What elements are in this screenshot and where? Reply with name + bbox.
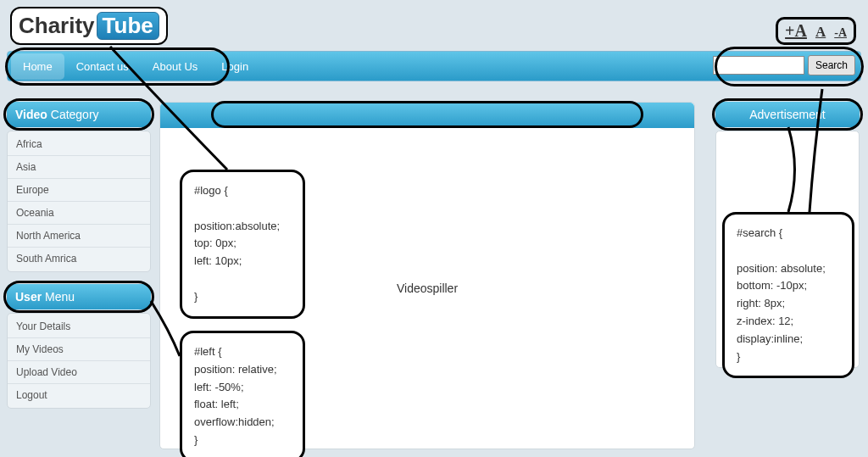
category-item[interactable]: Oceania	[8, 202, 150, 225]
nav-contact[interactable]: Contact us	[64, 53, 141, 80]
main-panel-header	[160, 103, 694, 128]
top-nav-bar: Home Contact us About Us Login Search	[7, 51, 861, 81]
logo-text-tube: Tube	[97, 12, 159, 40]
video-category-list: Africa Asia Europe Oceania North America…	[7, 131, 151, 272]
advertisement-title: Advertisement	[749, 108, 825, 121]
category-item[interactable]: South Amrica	[8, 248, 150, 270]
user-menu-item[interactable]: Upload Video	[8, 361, 150, 384]
sidebar-left: Video Category Africa Asia Europe Oceani…	[7, 102, 151, 421]
callout-search-css: #search { position: absolute; bottom: -1…	[722, 212, 854, 378]
category-item[interactable]: North America	[8, 225, 150, 248]
category-item[interactable]: Europe	[8, 179, 150, 202]
video-player-label: Videospiller	[397, 281, 458, 295]
user-menu-list: Your Details My Videos Upload Video Logo…	[7, 313, 151, 409]
user-menu-header: User Menu	[7, 284, 151, 309]
font-increase-icon[interactable]: +A	[785, 21, 807, 41]
user-menu-title-bold: User	[15, 290, 42, 304]
search-box: Search	[713, 55, 855, 75]
font-reset-icon[interactable]: A	[815, 24, 826, 41]
search-input[interactable]	[713, 56, 804, 75]
nav-login[interactable]: Login	[209, 53, 260, 80]
category-item[interactable]: Africa	[8, 133, 150, 156]
annotation-main-header-outline	[211, 101, 643, 128]
video-category-title-bold: Video	[15, 108, 47, 121]
user-menu-item[interactable]: Your Details	[8, 315, 150, 338]
logo[interactable]: Charity Tube	[10, 7, 168, 45]
callout-logo-css: #logo { position:absolute; top: 0px; lef…	[180, 170, 305, 319]
logo-text-charity: Charity	[19, 13, 95, 39]
user-menu-item[interactable]: My Videos	[8, 338, 150, 361]
nav-about[interactable]: About Us	[141, 53, 209, 80]
category-item[interactable]: Asia	[8, 156, 150, 179]
callout-left-css: #left { position: relative; left: -50%; …	[180, 331, 305, 457]
user-menu-item[interactable]: Logout	[8, 384, 150, 406]
advertisement-header: Advertisement	[715, 102, 860, 127]
user-menu-title-rest: Menu	[42, 290, 75, 304]
top-nav: Home Contact us About Us Login	[11, 53, 260, 80]
font-decrease-icon[interactable]: -A	[834, 26, 847, 40]
search-button[interactable]: Search	[808, 55, 855, 75]
nav-home[interactable]: Home	[11, 53, 64, 80]
video-category-title-rest: Category	[47, 108, 99, 121]
video-category-header: Video Category	[7, 102, 151, 127]
font-size-controls: +A A -A	[776, 17, 856, 45]
